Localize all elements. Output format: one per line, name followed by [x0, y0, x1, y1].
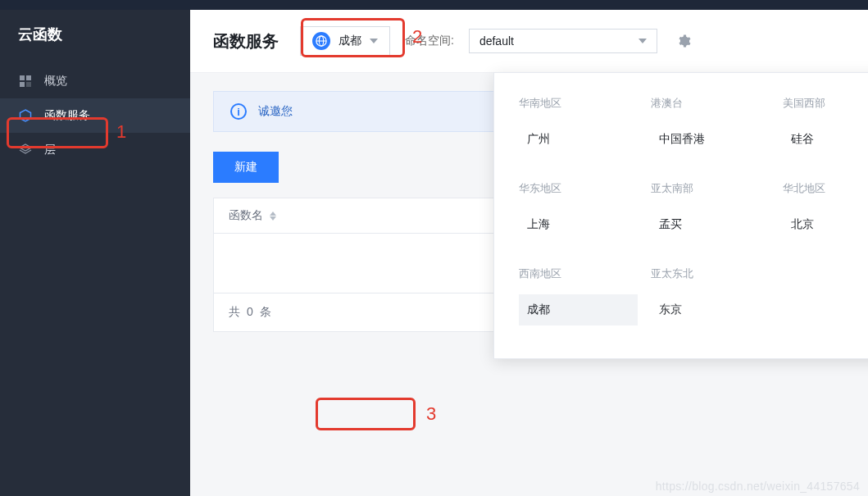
- sidebar-item-label: 函数服务: [44, 108, 90, 123]
- sidebar-item-layers[interactable]: 层: [0, 133, 190, 167]
- sidebar-item-label: 概览: [44, 74, 67, 89]
- region-group-title: 港澳台: [651, 96, 770, 111]
- create-button[interactable]: 新建: [213, 152, 279, 183]
- col-function-name: 函数名: [229, 208, 263, 223]
- region-group-title: 美国西部: [783, 96, 868, 111]
- region-item-东京[interactable]: 东京: [651, 294, 770, 325]
- sidebar-item-function-service[interactable]: 函数服务: [0, 98, 190, 133]
- sort-icon: [270, 212, 276, 221]
- sidebar: 云函数 概览 函数服务 层: [0, 10, 190, 496]
- region-group: 华北地区北京: [783, 181, 868, 240]
- region-item-上海[interactable]: 上海: [519, 209, 638, 240]
- region-selected-label: 成都: [339, 34, 361, 48]
- region-group-title: 华北地区: [783, 181, 868, 196]
- dashboard-icon: [18, 74, 33, 89]
- region-group: 华南地区广州: [519, 96, 638, 155]
- settings-button[interactable]: [672, 30, 695, 52]
- region-group: 亚太东北东京: [651, 266, 770, 325]
- chevron-down-icon: [370, 39, 378, 43]
- app-topbar: [0, 0, 868, 10]
- globe-icon: [312, 32, 330, 50]
- hexagon-icon: [18, 108, 33, 123]
- region-group: 西南地区成都: [519, 266, 638, 325]
- region-dropdown-panel: 华南地区广州港澳台中国香港美国西部硅谷北美地区多伦多华东地区上海亚太南部孟买华北…: [493, 72, 868, 359]
- chevron-down-icon: [639, 39, 647, 43]
- region-group-title: 亚太东北: [651, 266, 770, 281]
- region-selector[interactable]: 成都: [300, 26, 390, 56]
- region-group: 华东地区上海: [519, 181, 638, 240]
- region-item-中国香港[interactable]: 中国香港: [651, 124, 770, 155]
- region-group: 亚太南部孟买: [651, 181, 770, 240]
- region-group-title: 华南地区: [519, 96, 638, 111]
- sidebar-title: 云函数: [0, 25, 190, 64]
- gear-icon: [676, 34, 691, 48]
- svg-rect-0: [20, 75, 25, 80]
- info-icon: i: [230, 103, 247, 120]
- footer-count: 0: [247, 305, 253, 318]
- main-area: 函数服务 成都 命名空间: default i 诚邀您: [190, 10, 868, 496]
- sidebar-item-overview[interactable]: 概览: [0, 64, 190, 98]
- region-group: 美国西部硅谷: [783, 96, 868, 155]
- svg-rect-1: [26, 75, 31, 80]
- namespace-label: 命名空间:: [405, 34, 454, 48]
- region-item-广州[interactable]: 广州: [519, 124, 638, 155]
- footer-prefix: 共: [229, 305, 240, 318]
- namespace-selector[interactable]: default: [469, 29, 657, 53]
- svg-marker-5: [20, 144, 31, 151]
- region-group-title: 西南地区: [519, 266, 638, 281]
- svg-rect-2: [20, 82, 25, 87]
- page-title: 函数服务: [213, 30, 279, 52]
- region-group-title: 华东地区: [519, 181, 638, 196]
- region-item-成都[interactable]: 成都: [519, 294, 638, 325]
- svg-rect-3: [26, 82, 31, 87]
- svg-marker-4: [20, 110, 31, 121]
- region-group: 港澳台中国香港: [651, 96, 770, 155]
- invite-text: 诚邀您: [258, 104, 293, 119]
- region-item-北京[interactable]: 北京: [783, 209, 868, 240]
- footer-suffix: 条: [260, 305, 271, 318]
- region-group-title: 亚太南部: [651, 181, 770, 196]
- sidebar-item-label: 层: [44, 143, 56, 157]
- region-item-硅谷[interactable]: 硅谷: [783, 124, 868, 155]
- region-item-孟买[interactable]: 孟买: [651, 209, 770, 240]
- layers-icon: [18, 143, 33, 157]
- page-header: 函数服务 成都 命名空间: default: [190, 10, 868, 73]
- namespace-value: default: [479, 34, 514, 48]
